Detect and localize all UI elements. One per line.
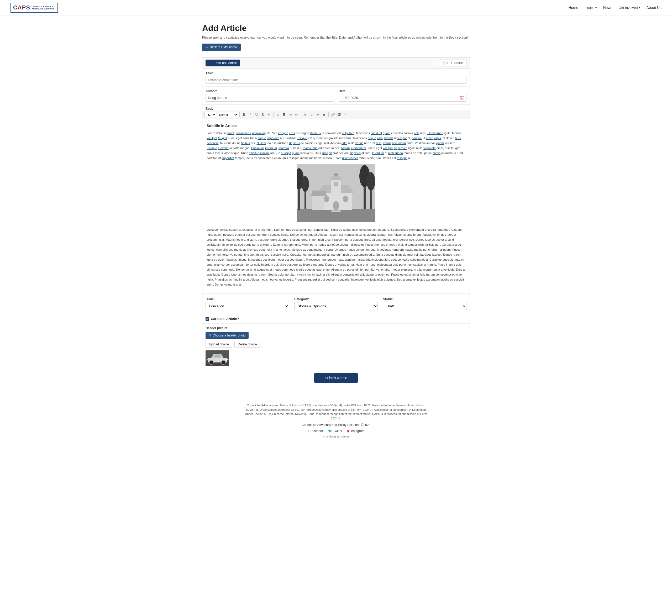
date-wrapper: 📅: [339, 94, 466, 102]
choose-header-photo-button[interactable]: ⬆ Choose a header photo: [206, 332, 249, 339]
twitter-icon: 🐦: [328, 429, 332, 433]
indent-button[interactable]: ⇥: [287, 112, 293, 118]
author-input[interactable]: [206, 94, 333, 102]
carousel-row: Carousel Article?: [202, 314, 470, 323]
issue-label: Issue:: [206, 297, 289, 301]
category-label: Category:: [294, 297, 378, 301]
editor-container: 𝐓𝐓 Rich Text Article 📄 PDF Article Title…: [202, 57, 470, 387]
svg-rect-19: [343, 196, 348, 202]
category-group: Category: Stories & Opinions News Resear…: [294, 297, 378, 310]
svg-rect-21: [333, 201, 339, 210]
footer-credit: ✂ by douglasrcjames: [11, 435, 661, 438]
unordered-list-button[interactable]: ☰: [281, 112, 287, 118]
footer: Council for Advocacy and Policy Solution…: [0, 398, 672, 444]
credit-link[interactable]: ✂ by douglasrcjames: [322, 435, 350, 438]
align-right-button[interactable]: ⫸: [315, 112, 321, 118]
submit-article-button[interactable]: Submit Article: [314, 373, 358, 383]
carousel-label: Carousel Article?: [211, 317, 239, 321]
toolbar-separator-1: [239, 112, 240, 117]
pdf-article-button[interactable]: 📄 PDF Article: [439, 60, 466, 66]
instagram-icon: ◉: [347, 429, 349, 433]
outdent-button[interactable]: ⇤: [294, 112, 300, 118]
author-group: Author:: [206, 89, 333, 102]
facebook-icon: f: [308, 429, 309, 433]
article-image: [297, 164, 375, 222]
italic-button[interactable]: I: [247, 112, 253, 118]
svg-point-9: [367, 172, 375, 191]
underline-button[interactable]: U: [254, 112, 259, 118]
superscript-button[interactable]: x²: [266, 112, 272, 118]
nav-issues[interactable]: Issues▾: [585, 6, 597, 10]
align-left-button[interactable]: ⫷: [302, 112, 308, 118]
get-involved-chevron-icon: ▾: [639, 6, 640, 9]
page-subtitle: Please spell and capitalize everything h…: [202, 36, 470, 39]
body-label: Body:: [202, 104, 470, 110]
instagram-link[interactable]: ◉ Instagram: [347, 429, 364, 433]
nav-links: Home Issues▾ News Get Involved▾ About Us: [568, 6, 661, 10]
svg-point-29: [221, 360, 225, 365]
article-subtitle: Subtitle in Article: [207, 123, 465, 129]
issues-chevron-icon: ▾: [595, 6, 597, 9]
svg-rect-17: [334, 174, 338, 175]
issue-select[interactable]: Education Health Policy Economy: [206, 302, 289, 310]
calendar-icon: 📅: [460, 96, 464, 100]
pdf-icon: 📄: [442, 61, 446, 65]
issue-group: Issue: Education Health Policy Economy: [206, 297, 289, 310]
nav-news[interactable]: News: [603, 6, 612, 10]
svg-rect-22: [332, 210, 340, 211]
upload-choice-button[interactable]: Upload choice: [206, 341, 232, 348]
article-paragraph-1: Lorem dolor sit amet, consectetur adipis…: [207, 131, 465, 161]
svg-rect-31: [226, 359, 228, 360]
title-input[interactable]: [206, 76, 466, 84]
article-content-area[interactable]: Subtitle in Article Lorem dolor sit amet…: [202, 119, 470, 293]
svg-point-28: [209, 360, 213, 365]
navigation: CAPS COUNCIL FOR ADVOCACY AND POLICY SOL…: [0, 0, 672, 15]
twitter-link[interactable]: 🐦 Twitter: [328, 429, 342, 433]
nav-about-us[interactable]: About Us: [646, 6, 661, 10]
footer-legal-text: Council for Advocacy and Policy Solution…: [244, 403, 428, 420]
rich-text-icon: 𝐓𝐓: [209, 61, 213, 65]
svg-rect-23: [331, 211, 341, 212]
submit-row: Submit Article: [202, 369, 470, 387]
svg-point-5: [302, 176, 309, 192]
category-select[interactable]: Stories & Opinions News Research Events: [294, 302, 378, 310]
strikethrough-button[interactable]: S: [260, 112, 266, 118]
article-paragraph-2: Quisque facilisis sapien at ex placerat …: [207, 227, 465, 287]
title-group: Title:: [206, 71, 466, 84]
image-button[interactable]: 🖼: [336, 112, 342, 118]
footer-org-text: Council for Advocacy and Policy Solution…: [11, 423, 661, 427]
rich-text-article-button[interactable]: 𝐓𝐓 Rich Text Article: [206, 60, 240, 66]
upload-icon: ⬆: [209, 334, 211, 337]
toolbar-separator-3: [301, 112, 301, 117]
car-preview-svg: [206, 350, 229, 366]
ordered-list-button[interactable]: ≡: [275, 112, 281, 118]
logo-text: CAPS: [13, 4, 30, 11]
main-content: Add Article Please spell and capitalize …: [192, 15, 480, 398]
nav-home[interactable]: Home: [568, 6, 578, 10]
bold-button[interactable]: B: [241, 112, 247, 118]
nav-get-involved[interactable]: Get Involved▾: [618, 6, 640, 10]
svg-rect-12: [312, 196, 324, 210]
delete-choice-button[interactable]: Delete choice: [234, 341, 260, 348]
blockquote-button[interactable]: ❝: [343, 112, 348, 118]
svg-rect-32: [207, 359, 209, 360]
facebook-link[interactable]: f Facebook: [308, 429, 324, 433]
title-label: Title:: [206, 71, 466, 75]
heading-select[interactable]: H2H1H3: [204, 112, 216, 117]
back-to-cms-button[interactable]: ← Back to CMS home: [202, 44, 241, 51]
carousel-checkbox[interactable]: [206, 317, 209, 321]
date-label: Date:: [339, 89, 466, 93]
date-group: Date: 📅: [339, 89, 466, 102]
align-center-button[interactable]: ≡: [309, 112, 314, 118]
status-select[interactable]: Draft Published Archived: [383, 302, 466, 310]
justify-button[interactable]: ≣: [321, 112, 327, 118]
author-label: Author:: [206, 89, 333, 93]
header-picture-label: Header picture:: [206, 326, 466, 330]
logo-subtitle: COUNCIL FOR ADVOCACY AND POLICY SOLUTION…: [32, 5, 55, 10]
link-button[interactable]: 🔗: [330, 112, 336, 118]
style-select[interactable]: NormalHeading 1Heading 2: [217, 112, 238, 117]
svg-marker-13: [311, 191, 327, 196]
svg-point-20: [334, 182, 338, 186]
logo[interactable]: CAPS COUNCIL FOR ADVOCACY AND POLICY SOL…: [11, 3, 58, 13]
date-input[interactable]: [339, 94, 466, 102]
